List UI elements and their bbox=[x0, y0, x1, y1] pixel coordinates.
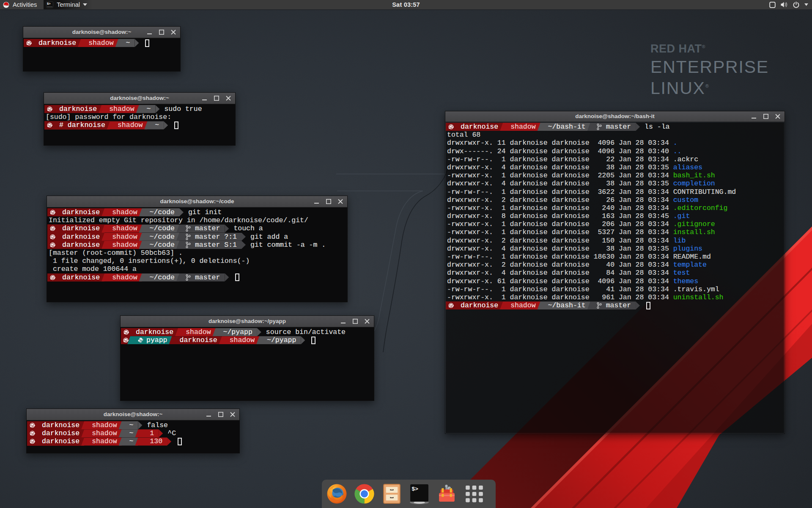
svg-text:$>: $> bbox=[411, 486, 418, 492]
